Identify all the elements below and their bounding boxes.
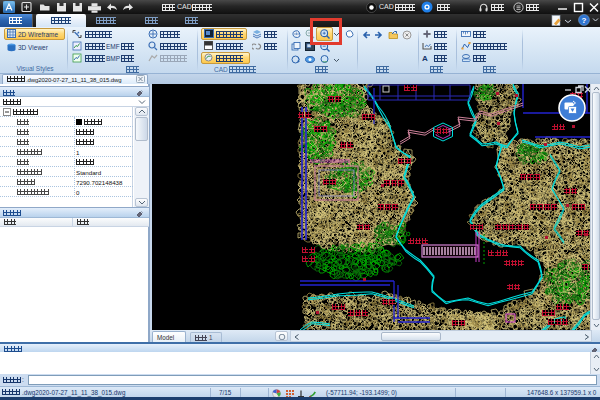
svg-text:?: ? [582,16,587,25]
